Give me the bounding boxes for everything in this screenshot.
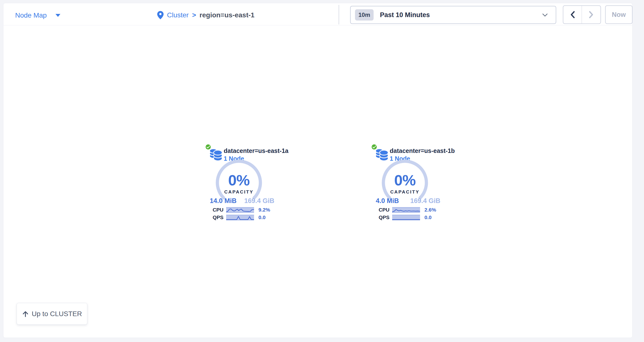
next-time-button[interactable] xyxy=(582,6,600,23)
up-to-cluster-button[interactable]: Up to CLUSTER xyxy=(17,303,87,325)
cpu-value: 9.2% xyxy=(258,207,270,213)
cpu-label: CPU xyxy=(371,207,390,213)
qps-label: QPS xyxy=(205,215,224,220)
capacity-used: 4.0 MiB xyxy=(376,197,399,205)
header-divider-line xyxy=(3,25,632,25)
cpu-sparkline xyxy=(226,207,254,213)
node-map-panel xyxy=(3,3,632,338)
qps-sparkline xyxy=(392,215,420,220)
up-to-cluster-label: Up to CLUSTER xyxy=(32,310,82,318)
capacity-total: 169.4 GiB xyxy=(410,197,440,205)
caret-down-icon xyxy=(56,14,60,17)
now-button[interactable]: Now xyxy=(605,5,632,24)
time-window-dropdown[interactable]: 10m Past 10 Minutes xyxy=(350,6,556,24)
qps-value: 0.0 xyxy=(424,215,432,220)
qps-sparkline xyxy=(226,215,254,220)
view-selector-dropdown[interactable]: Node Map xyxy=(15,11,60,20)
header-vertical-divider xyxy=(339,5,339,24)
time-nav-group xyxy=(563,5,601,24)
previous-time-button[interactable] xyxy=(563,6,582,23)
qps-value: 0.0 xyxy=(258,215,266,220)
breadcrumb: Cluster > region=us-east-1 xyxy=(157,10,254,20)
cpu-label: CPU xyxy=(205,207,224,213)
chevron-down-icon xyxy=(542,13,548,17)
chevron-left-icon xyxy=(570,10,576,19)
capacity-caption: CAPACITY xyxy=(214,189,263,195)
datacenter-name: datacenter=us-east-1b xyxy=(390,147,455,154)
breadcrumb-cluster-link[interactable]: Cluster xyxy=(167,11,189,19)
location-pin-icon xyxy=(157,11,164,19)
time-window-label: Past 10 Minutes xyxy=(380,11,430,19)
time-window-badge: 10m xyxy=(355,9,374,20)
capacity-percent: 0% xyxy=(380,171,429,189)
chevron-right-icon xyxy=(588,10,594,19)
datacenter-card-us-east-1a[interactable]: datacenter=us-east-1a 1 Node 0% CAPACITY… xyxy=(205,143,278,226)
capacity-total: 169.4 GiB xyxy=(244,197,274,205)
breadcrumb-current: region=us-east-1 xyxy=(200,11,254,19)
qps-label: QPS xyxy=(371,215,390,220)
arrow-up-icon xyxy=(22,311,29,317)
capacity-used: 14.0 MiB xyxy=(210,197,237,205)
datacenter-name: datacenter=us-east-1a xyxy=(224,147,288,154)
capacity-percent: 0% xyxy=(214,171,263,189)
capacity-caption: CAPACITY xyxy=(380,189,429,195)
view-selector-label: Node Map xyxy=(15,11,47,19)
datacenter-card-us-east-1b[interactable]: datacenter=us-east-1b 1 Node 0% CAPACITY… xyxy=(371,143,444,226)
cpu-sparkline xyxy=(392,207,420,213)
cpu-value: 2.6% xyxy=(424,207,436,213)
breadcrumb-separator: > xyxy=(192,11,196,19)
